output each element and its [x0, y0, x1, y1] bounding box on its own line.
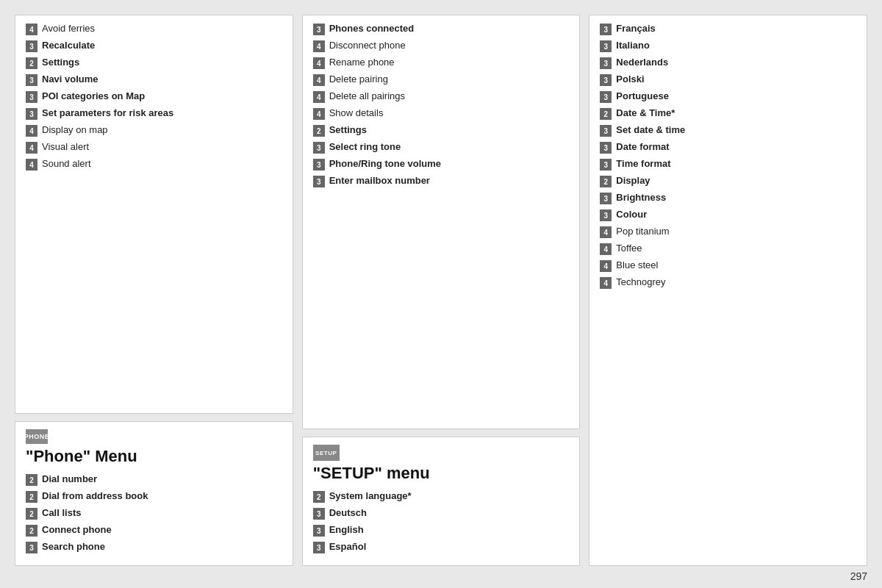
item-label: Deutsch: [329, 507, 367, 520]
item-label: Set date & time: [616, 124, 685, 137]
item-label: Date format: [616, 141, 669, 154]
list-item: 4 Pop titanium: [600, 226, 856, 238]
item-label: Dial number: [42, 473, 97, 486]
level-badge: 3: [600, 40, 612, 52]
column-2: 3 Phones connected 4 Disconnect phone 4 …: [302, 15, 581, 566]
item-label: Select ring tone: [329, 141, 401, 154]
page: 4 Avoid ferries 3 Recalculate 2 Settings…: [0, 0, 882, 588]
list-item: 2 Call lists: [26, 507, 282, 520]
item-label: English: [329, 524, 364, 537]
list-item: 3 Portuguese: [600, 90, 856, 103]
setup-menu-title: "SETUP" menu: [313, 464, 570, 483]
list-item: 2 Connect phone: [26, 524, 282, 537]
columns-container: 4 Avoid ferries 3 Recalculate 2 Settings…: [15, 15, 867, 566]
list-item: 3 Time format: [600, 158, 856, 171]
item-label: Dial from address book: [42, 490, 148, 503]
list-item: 2 Settings: [313, 124, 570, 137]
item-label: Avoid ferries: [42, 23, 95, 35]
setup-icon: SETUP: [313, 445, 340, 461]
item-label: Technogrey: [616, 276, 665, 289]
list-item: 3 English: [313, 524, 570, 537]
card-setup-menu: SETUP "SETUP" menu 2 System language* 3 …: [302, 437, 581, 566]
list-item: 3 Date format: [600, 141, 856, 154]
list-item: 3 Search phone: [26, 541, 282, 553]
level-badge: 4: [313, 74, 325, 86]
list-item: 3 Set date & time: [600, 124, 856, 137]
level-badge: 3: [600, 91, 612, 103]
item-label: Navi volume: [42, 74, 98, 86]
list-item: 2 Display: [600, 175, 856, 187]
list-item: 4 Show details: [313, 107, 570, 120]
level-badge: 3: [313, 542, 325, 553]
list-item: 3 Enter mailbox number: [313, 175, 570, 187]
level-badge: 3: [26, 108, 37, 120]
list-item: 3 Phone/Ring tone volume: [313, 158, 570, 171]
level-badge: 4: [26, 142, 37, 154]
level-badge: 3: [600, 209, 612, 221]
list-item: 4 Disconnect phone: [313, 40, 570, 52]
list-item: 3 Nederlands: [600, 57, 856, 69]
list-item: 2 System language*: [313, 490, 570, 503]
item-label: Display: [616, 175, 650, 187]
list-item: 3 Navi volume: [26, 74, 282, 86]
level-badge: 2: [313, 125, 325, 137]
level-badge: 3: [600, 74, 612, 86]
card-nav-items: 4 Avoid ferries 3 Recalculate 2 Settings…: [15, 15, 293, 414]
level-badge: 2: [26, 508, 37, 520]
item-label: Español: [329, 541, 367, 553]
level-badge: 4: [26, 159, 37, 171]
list-item: 3 Deutsch: [313, 507, 570, 520]
list-item: 3 Français: [600, 23, 856, 35]
item-label: Phone/Ring tone volume: [329, 158, 441, 171]
item-label: Show details: [329, 107, 384, 120]
item-label: Colour: [616, 209, 647, 221]
level-badge: 3: [600, 193, 612, 204]
item-label: Search phone: [42, 541, 105, 553]
level-badge: 4: [26, 125, 37, 137]
item-label: Portuguese: [616, 90, 669, 103]
column-1: 4 Avoid ferries 3 Recalculate 2 Settings…: [15, 15, 293, 566]
level-badge: 4: [600, 277, 612, 289]
item-label: POI categories on Map: [42, 90, 145, 103]
list-item: 4 Avoid ferries: [26, 23, 282, 35]
item-label: Enter mailbox number: [329, 175, 430, 187]
item-label: Connect phone: [42, 524, 112, 537]
item-label: Polski: [616, 74, 644, 86]
item-label: Français: [616, 23, 655, 35]
level-badge: 3: [600, 142, 612, 154]
list-item: 2 Dial from address book: [26, 490, 282, 503]
item-label: Brightness: [616, 192, 666, 204]
item-label: Recalculate: [42, 40, 95, 52]
phone-icon: PHONE: [26, 429, 48, 444]
level-badge: 3: [26, 91, 37, 103]
level-badge: 4: [313, 57, 325, 69]
level-badge: 3: [26, 40, 37, 52]
item-label: Rename phone: [329, 57, 395, 69]
item-label: System language*: [329, 490, 412, 503]
card-language-display: 3 Français 3 Italiano 3 Nederlands 3 Pol…: [589, 15, 867, 566]
phone-menu-title: "Phone" Menu: [26, 447, 282, 466]
level-badge: 3: [600, 24, 612, 35]
list-item: 2 Settings: [26, 57, 282, 69]
list-item: 4 Delete pairing: [313, 74, 570, 86]
list-item: 3 Colour: [600, 209, 856, 221]
level-badge: 3: [600, 159, 612, 171]
list-item: 4 Visual alert: [26, 141, 282, 154]
level-badge: 4: [313, 108, 325, 120]
list-item: 4 Delete all pairings: [313, 90, 570, 103]
item-label: Delete all pairings: [329, 90, 405, 103]
level-badge: 3: [313, 508, 325, 520]
item-label: Delete pairing: [329, 74, 388, 86]
level-badge: 3: [26, 542, 37, 553]
card-phone-menu: PHONE "Phone" Menu 2 Dial number 2 Dial …: [15, 421, 293, 566]
list-item: 3 Recalculate: [26, 40, 282, 52]
level-badge: 3: [313, 525, 325, 537]
item-label: Phones connected: [329, 23, 415, 35]
item-label: Nederlands: [616, 57, 668, 69]
level-badge: 4: [313, 40, 325, 52]
item-label: Sound alert: [42, 158, 91, 171]
level-badge: 2: [313, 491, 325, 503]
list-item: 3 Set parameters for risk areas: [26, 107, 282, 120]
list-item: 4 Display on map: [26, 124, 282, 137]
item-label: Settings: [42, 57, 79, 69]
